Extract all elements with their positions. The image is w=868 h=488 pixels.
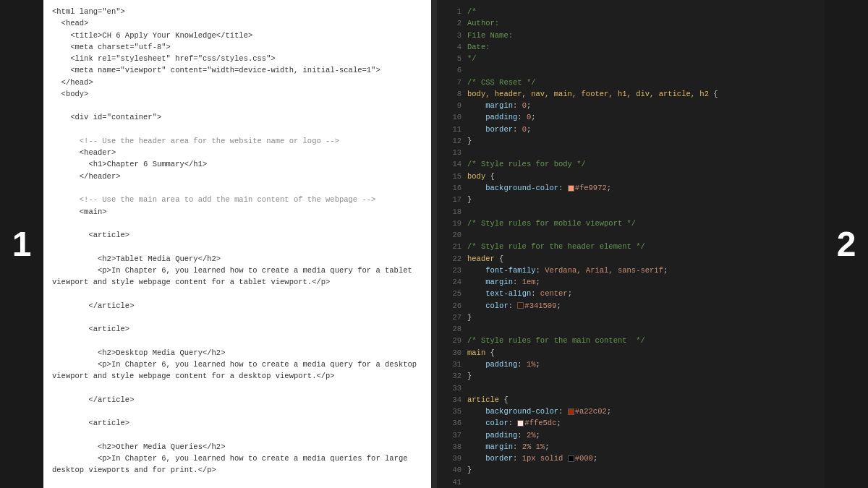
right-number: 2 (825, 0, 868, 488)
left-number: 1 (0, 0, 43, 488)
css-content: 1/* 2Author: 3File Name: 4Date: 5*/ 6 7/… (437, 0, 825, 488)
html-panel: <html lang="en"> <head> <title>CH 6 Appl… (43, 0, 431, 488)
css-panel: 1/* 2Author: 3File Name: 4Date: 5*/ 6 7/… (437, 0, 825, 488)
css-code: 1/* 2Author: 3File Name: 4Date: 5*/ 6 7/… (446, 6, 816, 488)
html-code: <html lang="en"> <head> <title>CH 6 Appl… (52, 6, 422, 488)
panel-divider (431, 0, 437, 488)
html-content: <html lang="en"> <head> <title>CH 6 Appl… (43, 0, 431, 488)
